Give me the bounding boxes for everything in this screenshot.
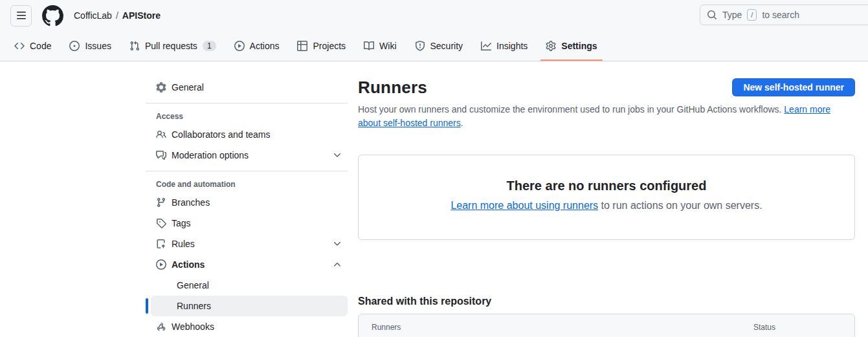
gear-icon [156,82,166,92]
search-slash-key: / [747,9,757,21]
breadcrumb-separator: / [116,10,118,21]
sidebar-item-tags-label: Tags [172,218,191,228]
hamburger-icon [16,10,27,21]
search-icon [707,10,717,20]
tab-settings-label: Settings [561,41,597,51]
sidebar-item-actions-general[interactable]: General [151,275,348,296]
code-icon [14,41,25,51]
tab-insights-label: Insights [496,41,528,51]
sidebar-item-actions-label: Actions [172,259,205,270]
comment-discussion-icon [156,150,166,160]
tab-issues[interactable]: Issues [63,31,117,61]
tab-projects-label: Projects [313,41,346,51]
no-runners-empty-state: There are no runners configured Learn mo… [358,155,855,240]
sidebar-item-actions-runners-label: Runners [177,301,211,311]
pull-requests-count-badge: 1 [203,41,216,51]
tab-projects[interactable]: Projects [291,31,352,61]
tab-code[interactable]: Code [8,31,58,61]
tab-issues-label: Issues [85,41,111,51]
sidebar-section-access: Access [146,109,348,124]
tab-security[interactable]: Security [408,31,470,61]
new-self-hosted-runner-button[interactable]: New self-hosted runner [732,78,855,96]
settings-sidebar: General Access Collaborators and teams M… [146,77,348,337]
empty-state-title: There are no runners configured [359,179,854,193]
runners-description-text: Host your own runners and customize the … [358,104,781,114]
runners-settings-pane: Runners New self-hosted runner Host your… [358,77,855,337]
git-branch-icon [156,197,166,208]
hamburger-menu-button[interactable] [10,5,32,27]
shared-with-repository-title: Shared with this repository [358,296,855,307]
git-pull-request-icon [129,41,140,51]
rules-icon [156,239,166,249]
graph-icon [481,41,491,51]
tab-actions[interactable]: Actions [228,31,286,61]
gear-icon [546,41,556,51]
tab-security-label: Security [430,41,463,51]
tab-settings[interactable]: Settings [539,31,603,61]
sidebar-item-branches[interactable]: Branches [151,192,348,213]
sidebar-divider [146,171,348,171]
empty-state-text: Learn more about using runners to run ac… [359,200,854,212]
people-icon [156,129,166,140]
tab-wiki-label: Wiki [379,41,396,51]
page-content: General Access Collaborators and teams M… [0,61,868,337]
sidebar-item-actions[interactable]: Actions [151,254,348,275]
breadcrumb: CofficLab / APIStore [74,10,161,21]
title-row: Runners New self-hosted runner [358,77,855,98]
sidebar-item-general[interactable]: General [151,77,348,98]
sidebar-item-rules[interactable]: Rules [151,234,348,254]
global-search-input[interactable]: Type / to search [700,5,868,25]
sidebar-item-collaborators-label: Collaborators and teams [172,129,271,140]
issue-opened-icon [69,41,80,51]
table-icon [297,41,307,51]
tab-insights[interactable]: Insights [474,31,534,61]
sidebar-item-branches-label: Branches [172,197,210,208]
tab-code-label: Code [30,41,51,51]
sidebar-item-tags[interactable]: Tags [151,213,348,234]
shield-icon [415,41,425,51]
empty-state-suffix: to run actions on your own servers. [598,200,762,211]
chevron-down-icon [332,150,342,160]
sidebar-divider [146,103,348,103]
chevron-up-icon [332,259,342,270]
column-header-status: Status [753,323,841,331]
sidebar-section-code-automation: Code and automation [146,177,348,192]
page-title: Runners [358,78,427,98]
sidebar-item-rules-label: Rules [172,239,195,249]
header-top-row: CofficLab / APIStore Type / to search [0,0,868,31]
app-header: CofficLab / APIStore Type / to search Co… [0,0,868,61]
tab-wiki[interactable]: Wiki [357,31,403,61]
learn-more-using-runners-link[interactable]: Learn more about using runners [451,200,598,211]
chevron-down-icon [332,239,342,249]
sidebar-item-moderation-label: Moderation options [172,150,249,160]
sidebar-item-actions-runners[interactable]: Runners [151,296,348,316]
play-circle-icon [234,41,245,51]
tag-icon [156,218,166,228]
sidebar-item-general-label: General [172,82,204,92]
column-header-runners: Runners [372,323,753,331]
webhook-icon [156,321,166,332]
tab-pull-requests[interactable]: Pull requests 1 [123,31,223,61]
breadcrumb-owner-link[interactable]: CofficLab [74,10,112,21]
tab-pull-requests-label: Pull requests [145,41,197,51]
repo-tab-nav: Code Issues Pull requests 1 Actions Proj… [0,31,868,61]
play-circle-icon [156,259,166,270]
runners-description: Host your own runners and customize the … [358,103,855,130]
description-period: . [461,118,463,128]
book-icon [364,41,374,51]
sidebar-item-moderation-options[interactable]: Moderation options [151,145,348,166]
search-placeholder-prefix: Type [722,10,742,20]
tab-actions-label: Actions [250,41,280,51]
shared-runners-table-header: Runners Status [358,314,855,337]
sidebar-item-webhooks[interactable]: Webhooks [151,316,348,337]
breadcrumb-repo-link[interactable]: APIStore [122,10,161,21]
search-placeholder-suffix: to search [762,10,799,20]
sidebar-item-actions-general-label: General [177,280,209,290]
github-mark-icon[interactable] [42,5,63,27]
sidebar-item-webhooks-label: Webhooks [172,321,214,332]
sidebar-item-collaborators[interactable]: Collaborators and teams [151,124,348,145]
